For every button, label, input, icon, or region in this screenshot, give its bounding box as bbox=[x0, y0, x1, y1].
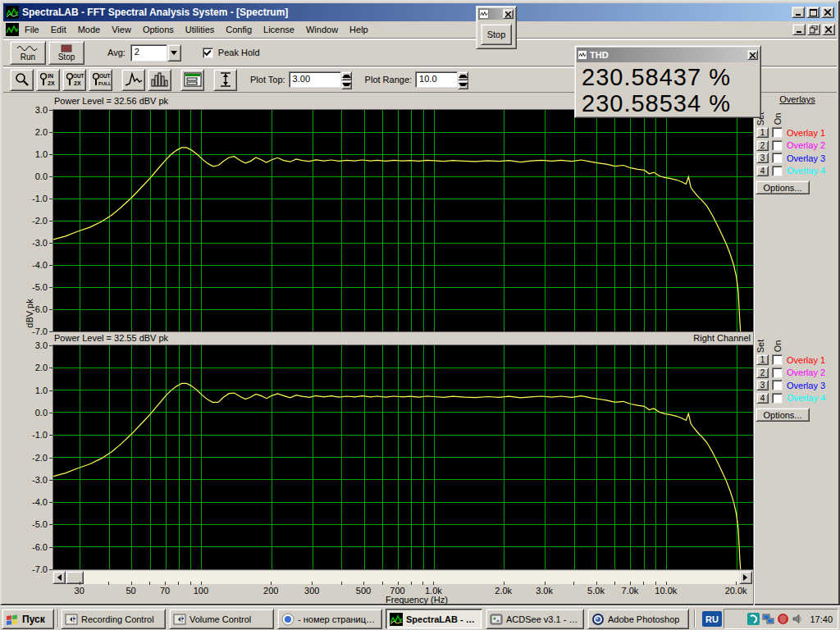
x-tick-mark bbox=[736, 582, 737, 585]
display-options-button[interactable] bbox=[180, 69, 204, 91]
taskbar-button-label: Volume Control bbox=[189, 614, 251, 624]
stop-square-icon bbox=[60, 44, 73, 52]
y-tick-label: -5.0 bbox=[16, 519, 48, 529]
mdi-minimize-button[interactable] bbox=[792, 24, 806, 35]
thd-titlebar[interactable]: THD bbox=[577, 48, 759, 62]
overlay-on-checkbox-4[interactable] bbox=[772, 393, 783, 404]
taskbar-button-5[interactable]: ACDSee v3.1 - Св... bbox=[486, 609, 584, 629]
maximize-button[interactable] bbox=[806, 7, 819, 18]
x-tick-mark bbox=[80, 582, 80, 585]
overlay-set-button-2[interactable]: 2 bbox=[756, 368, 769, 378]
x-tick-mark bbox=[411, 582, 412, 585]
x-tick-mark bbox=[201, 582, 202, 585]
floating-stop-toolbar[interactable]: Stop bbox=[476, 6, 517, 49]
avg-combobox[interactable]: 2 bbox=[130, 44, 181, 62]
run-button[interactable]: Run bbox=[10, 41, 46, 65]
download-manager-icon[interactable] bbox=[747, 613, 760, 625]
menu-view[interactable]: View bbox=[106, 22, 137, 37]
plot-top-spinner[interactable] bbox=[341, 71, 352, 89]
spectrum-plot-right-channel[interactable] bbox=[52, 345, 754, 570]
overlay-row: 3Overlay 3 bbox=[756, 152, 825, 164]
start-button[interactable]: Пуск bbox=[2, 609, 54, 629]
menu-mode[interactable]: Mode bbox=[72, 22, 107, 37]
menu-edit[interactable]: Edit bbox=[45, 22, 72, 37]
y-tick-mark bbox=[49, 502, 52, 503]
network-icon[interactable] bbox=[762, 613, 774, 625]
avg-dropdown-button[interactable] bbox=[167, 44, 181, 62]
close-icon[interactable] bbox=[747, 50, 758, 60]
plot-range-input[interactable]: 10.0 bbox=[415, 71, 458, 88]
line-plot-mode-button[interactable] bbox=[121, 69, 145, 91]
output-scale-2x-button[interactable]: OUT 2X bbox=[62, 69, 86, 91]
language-indicator[interactable]: RU bbox=[702, 611, 722, 627]
mdi-restore-button[interactable] bbox=[807, 24, 820, 35]
overlay-set-button-3[interactable]: 3 bbox=[756, 153, 769, 163]
taskbar-button-3[interactable]: - номер страницы... bbox=[277, 609, 382, 629]
menu-options[interactable]: Options bbox=[137, 22, 180, 37]
overlay-options-button[interactable]: Options... bbox=[756, 408, 810, 422]
overlay-set-button-2[interactable]: 2 bbox=[756, 140, 769, 151]
mdi-close-button[interactable] bbox=[822, 24, 835, 35]
output-scale-full-button[interactable]: OUT FULL bbox=[89, 69, 112, 91]
overlay-set-button-3[interactable]: 3 bbox=[756, 380, 769, 390]
svg-text:FULL: FULL bbox=[98, 80, 111, 86]
input-scale-2x-button[interactable]: IN 2X bbox=[36, 69, 60, 91]
thd-window[interactable]: THD 230.58437 % 230.58534 % bbox=[574, 45, 761, 118]
minimize-button[interactable] bbox=[792, 7, 805, 18]
x-tick-label: 300 bbox=[304, 586, 319, 596]
menu-utilities[interactable]: Utilities bbox=[180, 22, 220, 37]
title-bar[interactable]: SpectraLAB - FFT Spectral Analysis Syste… bbox=[3, 3, 837, 21]
spectrum-plot-left-channel[interactable] bbox=[52, 109, 754, 332]
menu-config[interactable]: Config bbox=[220, 22, 258, 37]
taskbar-button-2[interactable]: Volume Control bbox=[169, 609, 274, 629]
menu-license[interactable]: License bbox=[258, 22, 300, 37]
spin-up-icon[interactable] bbox=[341, 71, 352, 80]
speaker-out-2x-icon: OUT 2X bbox=[65, 71, 84, 88]
taskbar-button-1[interactable]: Recording Control bbox=[61, 609, 166, 629]
thd-value-right: 230.58534 % bbox=[575, 90, 760, 116]
plot-top-input[interactable]: 3.00 bbox=[289, 71, 341, 88]
volume-icon[interactable] bbox=[792, 613, 804, 625]
overlay-on-checkbox-2[interactable] bbox=[772, 368, 783, 378]
floating-stop-button[interactable]: Stop bbox=[481, 24, 512, 45]
spin-down-icon[interactable] bbox=[458, 80, 468, 89]
plot-range-spinner[interactable] bbox=[458, 71, 468, 89]
taskbar-separator bbox=[694, 609, 696, 628]
close-button[interactable] bbox=[821, 7, 834, 18]
overlay-label: Overlay 4 bbox=[787, 166, 825, 176]
peak-hold-checkbox[interactable] bbox=[203, 48, 213, 58]
x-tick-label: 50 bbox=[126, 586, 135, 596]
y-tick-label: -1.0 bbox=[16, 194, 48, 203]
overlay-set-button-4[interactable]: 4 bbox=[756, 393, 769, 404]
y-tick-mark bbox=[49, 309, 52, 310]
overlay-set-button-4[interactable]: 4 bbox=[756, 166, 769, 176]
thd-title: THD bbox=[590, 50, 747, 60]
bar-plot-mode-button[interactable] bbox=[148, 69, 171, 91]
overlay-on-checkbox-3[interactable] bbox=[772, 153, 783, 163]
taskbar-button-4[interactable]: SpectraLAB - FF... bbox=[386, 609, 482, 629]
spin-up-icon[interactable] bbox=[458, 71, 468, 80]
overlay-on-checkbox-1[interactable] bbox=[772, 127, 783, 138]
close-icon[interactable] bbox=[503, 9, 514, 19]
menu-file[interactable]: File bbox=[19, 22, 45, 37]
taskbar-button-6[interactable]: Adobe Photoshop bbox=[587, 609, 689, 629]
x-tick-mark bbox=[131, 582, 132, 585]
menu-help[interactable]: Help bbox=[344, 22, 374, 37]
antivirus-icon[interactable] bbox=[777, 613, 789, 625]
overlay-on-checkbox-4[interactable] bbox=[772, 166, 783, 176]
stop-toolbar-titlebar[interactable] bbox=[478, 8, 514, 20]
menu-bar: FileEditModeViewOptionsUtilitiesConfigLi… bbox=[3, 21, 837, 39]
overlay-on-checkbox-3[interactable] bbox=[772, 380, 783, 390]
mdi-child-icon[interactable] bbox=[6, 23, 19, 36]
overlay-on-checkbox-1[interactable] bbox=[772, 354, 783, 365]
menu-window[interactable]: Window bbox=[300, 22, 344, 37]
overlay-set-button-1[interactable]: 1 bbox=[756, 127, 769, 138]
overlay-on-checkbox-2[interactable] bbox=[772, 140, 783, 151]
zoom-tool-button[interactable] bbox=[10, 69, 34, 91]
overlay-options-button[interactable]: Options... bbox=[756, 180, 810, 194]
stop-button[interactable]: Stop bbox=[48, 41, 84, 65]
y-tick-label: 3.0 bbox=[16, 105, 48, 115]
plot-range-tool-button[interactable] bbox=[213, 69, 237, 91]
spin-down-icon[interactable] bbox=[341, 80, 352, 89]
overlay-set-button-1[interactable]: 1 bbox=[756, 354, 769, 365]
